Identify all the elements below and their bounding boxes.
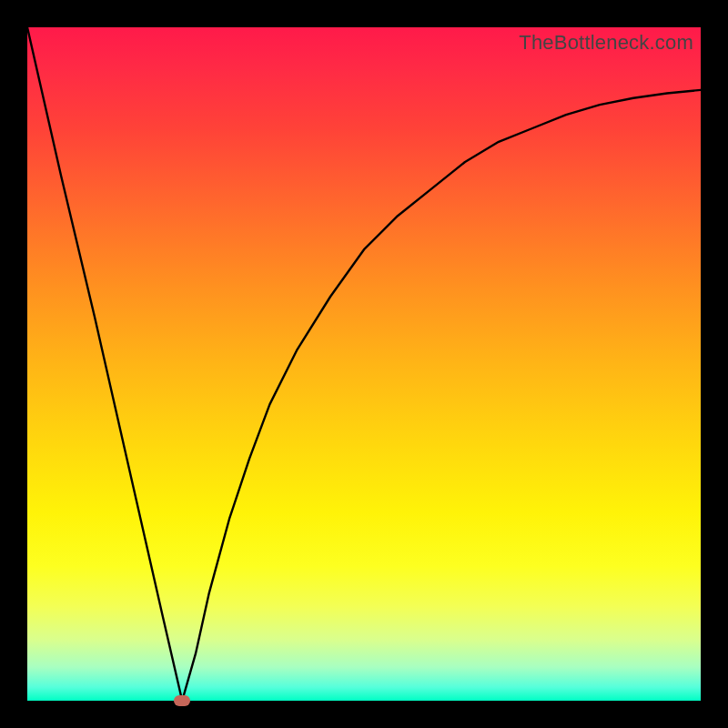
curve-path [27,27,701,701]
chart-frame: TheBottleneck.com [0,0,728,728]
bottleneck-curve [27,27,701,701]
minimum-marker [174,695,190,706]
plot-area: TheBottleneck.com [27,27,701,701]
